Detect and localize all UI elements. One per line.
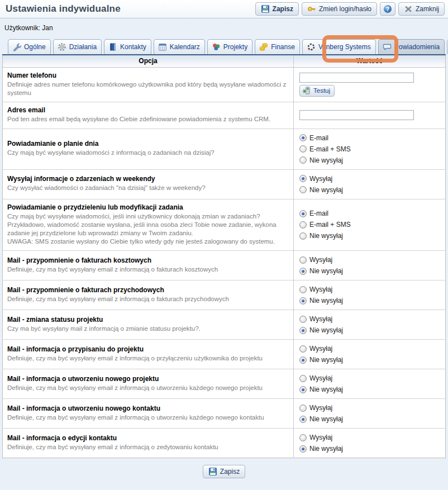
radio-option[interactable]: E-mail [299, 132, 440, 144]
radio-option[interactable]: Nie wysyłaj [299, 184, 440, 196]
radio-option[interactable]: E-mail + SMS [299, 219, 440, 230]
tab-vanberg-systems[interactable]: Vanberg Systems [302, 39, 376, 54]
radio-option[interactable]: Wysyłaj [299, 373, 440, 384]
radio-button[interactable] [299, 134, 307, 141]
save-icon [261, 4, 270, 13]
radio-button[interactable] [299, 256, 307, 264]
radio-label: E-mail + SMS [309, 145, 351, 153]
radio-option[interactable]: Nie wysyłaj [299, 155, 440, 166]
radio-button[interactable] [299, 327, 307, 334]
radio-button[interactable] [299, 297, 307, 305]
option-title: Mail - zmiana statusu projektu [7, 316, 288, 324]
option-cell: Mail - przypomnienie o fakturach przycho… [3, 280, 294, 310]
radio-option[interactable]: Nie wysyłaj [299, 384, 440, 395]
option-description: Czy mają być wysyłane wiadomości, jeśli … [7, 212, 288, 246]
radio-label: Nie wysyłaj [309, 386, 343, 393]
radio-button[interactable] [299, 286, 307, 293]
tab-powiadomienia[interactable]: Powiadomienia [378, 39, 445, 54]
tab-bar: Ogólne Działania Kontakty Kalendarz Proj… [0, 39, 448, 54]
radio-label: Nie wysyłaj [309, 326, 343, 334]
radio-label: Wysyłaj [309, 345, 332, 353]
radio-option[interactable]: E-mail [299, 208, 440, 219]
radio-option[interactable]: Wysyłaj [299, 343, 440, 354]
tab-label: Działania [69, 43, 97, 51]
options-table-body: Numer telefonu Definiuje adres numer tel… [3, 68, 446, 458]
radio-button[interactable] [299, 210, 307, 217]
option-title: Adres email [7, 106, 288, 114]
radio-button[interactable] [299, 386, 307, 393]
radio-button[interactable] [299, 268, 307, 275]
radio-button[interactable] [299, 405, 307, 412]
radio-label: E-mail [309, 210, 328, 217]
radio-button[interactable] [299, 156, 307, 164]
help-button[interactable]: ? [380, 2, 395, 16]
radio-option[interactable]: Nie wysyłaj [299, 443, 440, 454]
value-cell: Wysyłaj Nie wysyłaj [294, 369, 446, 399]
option-description: Pod ten adres email będą wysyłane do Cie… [7, 115, 288, 123]
radio-button[interactable] [299, 175, 307, 182]
radio-label: Nie wysyłaj [309, 415, 343, 423]
radio-option[interactable]: Wysyłaj [299, 313, 440, 325]
phone-number-input[interactable] [299, 73, 414, 83]
radio-button[interactable] [299, 316, 307, 323]
column-header-opcja: Opcja [3, 55, 294, 68]
radio-option[interactable]: Nie wysyłaj [299, 325, 440, 336]
option-description: Definiuje, czy ma być wysyłany email z i… [7, 384, 288, 392]
coins-icon [259, 42, 268, 51]
table-row: Mail - informacja o utworzeniu nowego pr… [3, 369, 446, 399]
radio-button[interactable] [299, 445, 307, 453]
radio-option[interactable]: Wysyłaj [299, 284, 440, 295]
email-address-input[interactable] [299, 110, 414, 120]
tab-projekty[interactable]: Projekty [207, 39, 252, 54]
table-row: Mail - przypomnienie o fakturach kosztow… [3, 251, 446, 280]
radio-label: Wysyłaj [309, 434, 332, 441]
cog-outline-icon [307, 42, 316, 51]
option-description: Definiuje adres numer telefonu komórkowe… [7, 80, 288, 97]
radio-option[interactable]: Nie wysyłaj [299, 265, 440, 277]
radio-option[interactable]: Wysyłaj [299, 173, 440, 184]
radio-button[interactable] [299, 221, 307, 229]
tab-działania[interactable]: Działania [53, 39, 102, 54]
gear-icon [58, 42, 66, 51]
change-login-button[interactable]: Zmień login/hasło [302, 2, 377, 16]
radio-option[interactable]: Wysyłaj [299, 402, 440, 413]
option-cell: Mail - informacja o edycji kontaktu Defi… [3, 429, 294, 458]
radio-button[interactable] [299, 356, 307, 364]
radio-button[interactable] [299, 416, 307, 423]
radio-button[interactable] [299, 145, 307, 153]
value-cell: Testuj [294, 68, 446, 102]
radio-option[interactable]: Wysyłaj [299, 432, 440, 443]
wrench-icon [12, 42, 21, 51]
tab-label: Powiadomienia [394, 43, 440, 51]
save-button[interactable]: Zapisz [255, 2, 299, 16]
radio-button[interactable] [299, 345, 307, 353]
value-cell: Wysyłaj Nie wysyłaj [294, 310, 446, 340]
option-cell: Adres email Pod ten adres email będą wys… [3, 102, 294, 129]
test-sms-button[interactable]: Testuj [299, 85, 335, 97]
option-description: Definiuje, czy ma być wysyłany email z i… [7, 265, 288, 274]
close-button[interactable]: Zamknij [398, 2, 445, 16]
radio-label: Nie wysyłaj [309, 356, 343, 364]
current-user-label: Użytkownik: Jan [0, 18, 448, 39]
tab-kontakty[interactable]: Kontakty [104, 39, 151, 54]
radio-option[interactable]: E-mail + SMS [299, 144, 440, 155]
table-row: Powiadamianie o planie dnia Czy mają być… [3, 129, 446, 169]
option-cell: Powiadamianie o planie dnia Czy mają być… [3, 129, 294, 169]
value-cell [294, 102, 446, 129]
option-description: Definiuje, czy ma być wysyłany email z i… [7, 443, 288, 451]
radio-button[interactable] [299, 434, 307, 441]
tab-finanse[interactable]: Finanse [255, 39, 300, 54]
tab-ogólne[interactable]: Ogólne [8, 39, 51, 54]
radio-option[interactable]: Nie wysyłaj [299, 230, 440, 241]
radio-button[interactable] [299, 232, 307, 240]
tab-kalendarz[interactable]: Kalendarz [154, 39, 205, 54]
radio-option[interactable]: Nie wysyłaj [299, 295, 440, 306]
options-table: Opcja Wartość Numer telefonu Definiuje a… [2, 54, 446, 458]
save-button-bottom[interactable]: Zapisz [203, 465, 245, 478]
radio-option[interactable]: Nie wysyłaj [299, 354, 440, 365]
page-title: Ustawienia indywidualne [6, 3, 121, 15]
radio-button[interactable] [299, 375, 307, 382]
radio-option[interactable]: Nie wysyłaj [299, 413, 440, 425]
radio-button[interactable] [299, 186, 307, 193]
radio-option[interactable]: Wysyłaj [299, 254, 440, 265]
